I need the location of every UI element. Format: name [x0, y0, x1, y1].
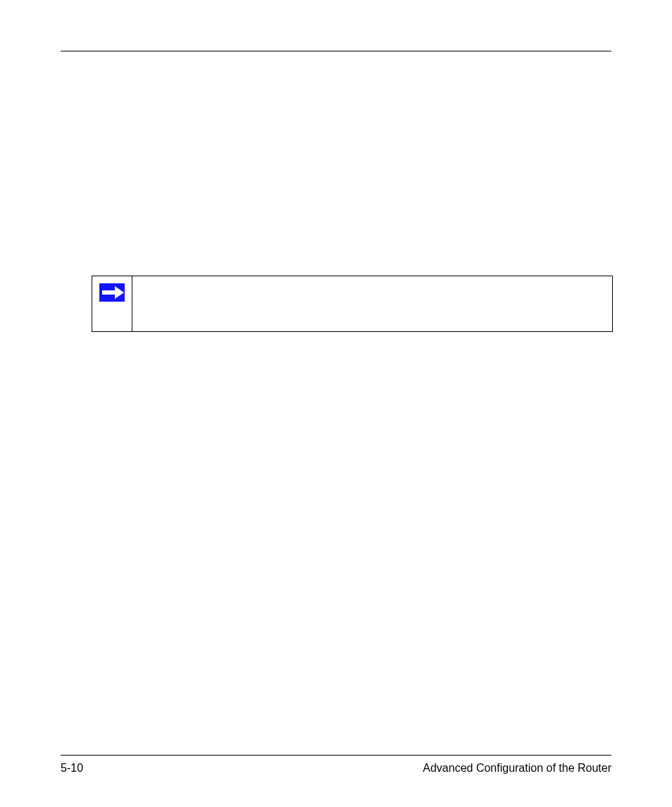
- page-number: 5-10: [61, 761, 83, 775]
- footer-rule: [61, 755, 611, 756]
- note-callout-box: [92, 276, 613, 332]
- note-text: [133, 276, 612, 331]
- page-footer: 5-10 Advanced Configuration of the Route…: [61, 755, 611, 775]
- header-rule: [61, 51, 611, 51]
- arrow-right-icon: [99, 283, 125, 302]
- document-page: 5-10 Advanced Configuration of the Route…: [0, 0, 672, 807]
- content-area: [61, 51, 611, 752]
- note-icon-cell: [92, 276, 132, 331]
- footer-row: 5-10 Advanced Configuration of the Route…: [61, 761, 611, 775]
- section-title: Advanced Configuration of the Router: [423, 761, 611, 775]
